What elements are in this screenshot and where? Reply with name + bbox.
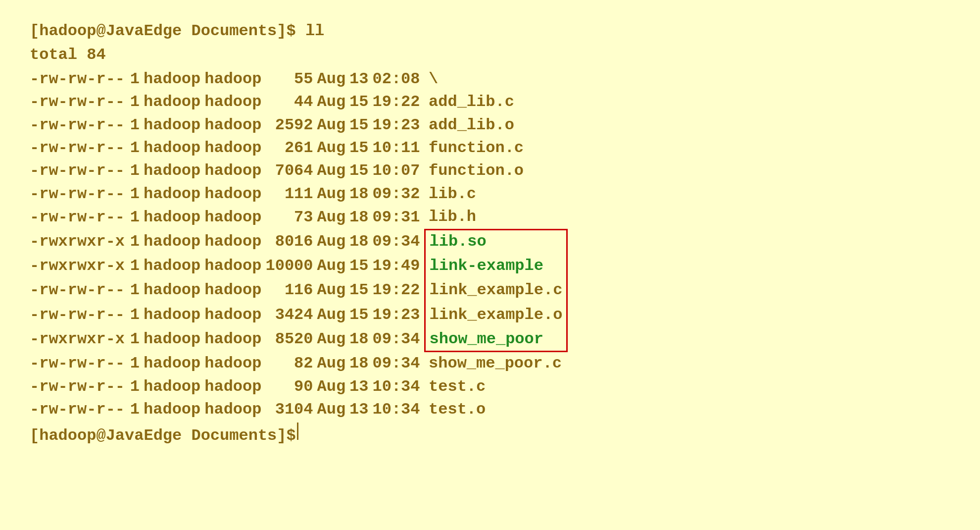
table-row: -rw-rw-r--1hadoophadoop7064Aug1510:07fun… — [30, 159, 567, 182]
table-row: -rw-rw-r--1hadoophadoop2592Aug1519:23add… — [30, 114, 567, 137]
filename-cell: show_me_poor — [425, 327, 567, 352]
prompt-line: [hadoop@JavaEdge Documents]$ ll — [30, 20, 980, 43]
filename-cell: test.o — [425, 398, 567, 421]
table-row: -rwxrwxr-x1hadoophadoop10000Aug1519:49li… — [30, 254, 567, 278]
table-row: -rw-rw-r--1hadoophadoop44Aug1519:22add_l… — [30, 91, 567, 113]
filename-cell: test.c — [425, 375, 567, 398]
filename-cell: link_example.c — [425, 278, 567, 303]
files-table: -rw-rw-r--1hadoophadoop55Aug1302:08\-rw-… — [30, 68, 568, 422]
filename-cell: function.o — [425, 159, 567, 182]
filename-cell: function.c — [425, 137, 567, 159]
filename-cell: \ — [425, 68, 567, 91]
filename-cell: lib.c — [425, 183, 567, 206]
filename-cell: lib.so — [425, 229, 567, 254]
terminal-window: [hadoop@JavaEdge Documents]$ ll total 84… — [15, 10, 980, 530]
filename-cell: lib.h — [425, 206, 567, 229]
table-row: -rw-rw-r--1hadoophadoop73Aug1809:31lib.h — [30, 206, 567, 229]
table-row: -rw-rw-r--1hadoophadoop82Aug1809:34show_… — [30, 352, 567, 375]
filename-cell: add_lib.c — [425, 91, 567, 113]
table-row: -rwxrwxr-x1hadoophadoop8016Aug1809:34lib… — [30, 229, 567, 254]
table-row: -rw-rw-r--1hadoophadoop261Aug1510:11func… — [30, 137, 567, 159]
table-row: -rw-rw-r--1hadoophadoop3104Aug1310:34tes… — [30, 398, 567, 421]
file-listing: -rw-rw-r--1hadoophadoop55Aug1302:08\-rw-… — [30, 68, 980, 422]
table-row: -rw-rw-r--1hadoophadoop116Aug1519:22link… — [30, 278, 567, 303]
table-row: -rwxrwxr-x1hadoophadoop8520Aug1809:34sho… — [30, 327, 567, 352]
filename-cell: add_lib.o — [425, 114, 567, 137]
table-row: -rw-rw-r--1hadoophadoop90Aug1310:34test.… — [30, 375, 567, 398]
table-row: -rw-rw-r--1hadoophadoop3424Aug1519:23lin… — [30, 303, 567, 327]
filename-cell: show_me_poor.c — [425, 352, 567, 375]
bottom-prompt-line: [hadoop@JavaEdge Documents]$ — [30, 423, 980, 448]
filename-cell: link-example — [425, 254, 567, 278]
table-row: -rw-rw-r--1hadoophadoop55Aug1302:08\ — [30, 68, 567, 91]
total-line: total 84 — [30, 44, 980, 66]
filename-cell: link_example.o — [425, 303, 567, 327]
table-row: -rw-rw-r--1hadoophadoop111Aug1809:32lib.… — [30, 183, 567, 206]
